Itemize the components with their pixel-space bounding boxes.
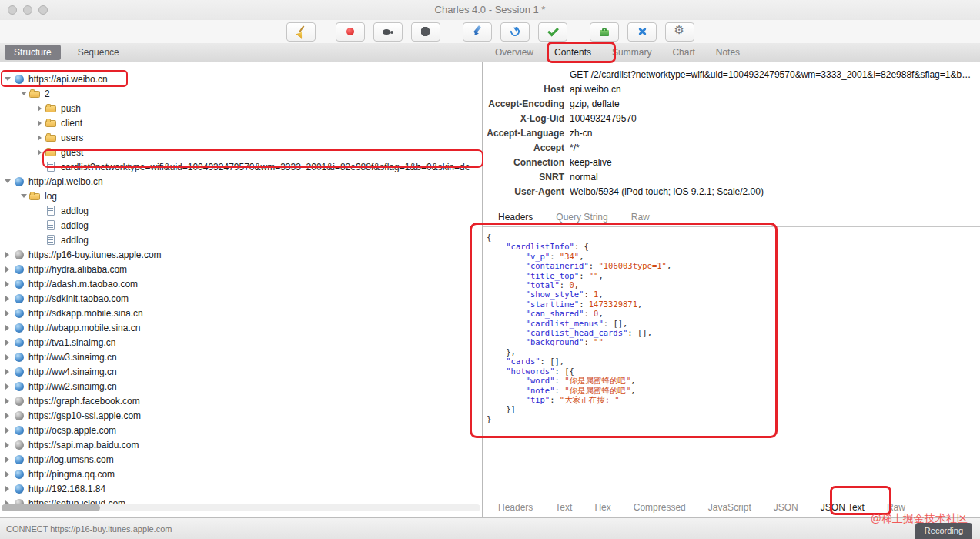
- tree-row[interactable]: http://192.168.1.84: [0, 481, 482, 496]
- tree-row[interactable]: http://sdkapp.mobile.sina.cn: [0, 306, 482, 320]
- compose-button[interactable]: [463, 22, 492, 42]
- expander-closed-icon[interactable]: [3, 350, 13, 364]
- tab-json[interactable]: JSON: [774, 502, 798, 513]
- tree-row[interactable]: http://tva1.sinaimg.cn: [0, 335, 482, 350]
- tree-row[interactable]: https://api.weibo.cn: [0, 72, 482, 86]
- settings-button[interactable]: [665, 22, 694, 42]
- clear-session-button[interactable]: [286, 22, 316, 42]
- record-button[interactable]: [336, 22, 365, 42]
- tree-row[interactable]: log: [0, 189, 482, 203]
- tree-row[interactable]: push: [0, 101, 482, 116]
- tree-row[interactable]: http://api.weibo.cn: [0, 174, 482, 189]
- tree-row[interactable]: https://sapi.map.baidu.com: [0, 437, 482, 452]
- expander-open-icon[interactable]: [19, 86, 29, 101]
- gear-icon: [674, 25, 686, 38]
- tree-row[interactable]: http://pingma.qq.com: [0, 467, 482, 481]
- expander-closed-icon[interactable]: [3, 393, 13, 408]
- tab-hex[interactable]: Hex: [594, 502, 610, 513]
- tree-row[interactable]: addlog: [0, 233, 482, 247]
- json-string: "34": [560, 252, 579, 261]
- expander-closed-icon[interactable]: [35, 116, 45, 130]
- tree-row[interactable]: http://ocsp.apple.com: [0, 423, 482, 437]
- expander-closed-icon[interactable]: [3, 408, 13, 423]
- tree-row[interactable]: http://log.umsns.com: [0, 452, 482, 467]
- tab-raw[interactable]: Raw: [631, 212, 650, 223]
- tab-sequence[interactable]: Sequence: [69, 45, 129, 60]
- horizontal-scrollbar[interactable]: [2, 504, 480, 511]
- expander-closed-icon[interactable]: [3, 335, 13, 350]
- json-line: "cardlist_head_cards": [],: [487, 328, 980, 337]
- tree-row[interactable]: users: [0, 130, 482, 145]
- request-header-row: Connectionkeep-alive: [483, 155, 980, 169]
- tab-javascript[interactable]: JavaScript: [708, 502, 751, 513]
- expander-closed-icon[interactable]: [35, 145, 45, 159]
- header-name: X-Log-Uid: [483, 113, 570, 124]
- expander-open-icon[interactable]: [3, 174, 13, 189]
- expander-closed-icon[interactable]: [3, 320, 13, 335]
- json-punct: :: [550, 395, 560, 404]
- expander-closed-icon[interactable]: [3, 379, 13, 393]
- tab-notes[interactable]: Notes: [716, 47, 740, 58]
- tab-chart[interactable]: Chart: [672, 47, 694, 58]
- expander-closed-icon[interactable]: [3, 306, 13, 320]
- tab-json-text[interactable]: JSON Text: [821, 502, 865, 513]
- tree-row[interactable]: client: [0, 116, 482, 130]
- zoom-button[interactable]: [38, 5, 48, 15]
- tab-query-string[interactable]: Query String: [556, 212, 607, 223]
- json-punct: [487, 357, 506, 366]
- expander-closed-icon[interactable]: [3, 452, 13, 467]
- tree-row[interactable]: https://graph.facebook.com: [0, 393, 482, 408]
- json-key: "v_p": [526, 252, 550, 261]
- tree-row[interactable]: http://adash.m.taobao.com: [0, 276, 482, 291]
- tab-raw[interactable]: Raw: [887, 502, 905, 513]
- json-line: },: [487, 347, 980, 357]
- broom-icon: [295, 25, 307, 38]
- tab-overview[interactable]: Overview: [495, 47, 533, 58]
- throttle-button[interactable]: [373, 22, 403, 42]
- tab-headers[interactable]: Headers: [498, 502, 533, 513]
- tree-row[interactable]: https://p16-buy.itunes.apple.com: [0, 247, 482, 262]
- repeat-button[interactable]: [500, 22, 530, 42]
- tree-row[interactable]: http://ww4.sinaimg.cn: [0, 364, 482, 379]
- breakpoints-button[interactable]: [411, 22, 440, 42]
- tree-row[interactable]: http://wbapp.mobile.sina.cn: [0, 320, 482, 335]
- tree-row[interactable]: http://sdkinit.taobao.com: [0, 291, 482, 306]
- expander-closed-icon[interactable]: [3, 437, 13, 452]
- tree-row[interactable]: addlog: [0, 203, 482, 218]
- expander-closed-icon[interactable]: [3, 423, 13, 437]
- tree-row[interactable]: https://gsp10-ssl.apple.com: [0, 408, 482, 423]
- tools-button[interactable]: [590, 22, 619, 42]
- expander-closed-icon[interactable]: [3, 481, 13, 496]
- tree-row[interactable]: addlog: [0, 218, 482, 233]
- tab-compressed[interactable]: Compressed: [634, 502, 686, 513]
- tab-contents[interactable]: Contents: [554, 47, 591, 58]
- expander-closed-icon[interactable]: [35, 101, 45, 116]
- tree-row[interactable]: http://ww3.sinaimg.cn: [0, 350, 482, 364]
- tree-row[interactable]: 2: [0, 86, 482, 101]
- expander-closed-icon[interactable]: [35, 130, 45, 145]
- close-button[interactable]: [8, 5, 17, 15]
- tree-row[interactable]: http://ww2.sinaimg.cn: [0, 379, 482, 393]
- view-tabs: OverviewContentsSummaryChartNotes: [495, 45, 740, 60]
- tree-label: http://pingma.qq.com: [28, 469, 115, 480]
- expander-closed-icon[interactable]: [3, 247, 13, 262]
- expander-closed-icon[interactable]: [3, 467, 13, 481]
- external-tools-button[interactable]: [627, 22, 657, 42]
- expander-open-icon[interactable]: [3, 72, 13, 86]
- tree-row[interactable]: guest: [0, 145, 482, 159]
- expander-closed-icon[interactable]: [3, 291, 13, 306]
- tree-row[interactable]: cardlist?networktype=wifi&uid=1004932479…: [0, 159, 482, 174]
- expander-open-icon[interactable]: [19, 189, 29, 203]
- expander-closed-icon[interactable]: [3, 262, 13, 276]
- json-line: "cardlistInfo": {: [487, 242, 980, 251]
- tab-summary[interactable]: Summary: [612, 47, 651, 58]
- minimize-button[interactable]: [23, 5, 32, 15]
- tab-headers[interactable]: Headers: [498, 212, 533, 223]
- scrollbar-thumb[interactable]: [2, 504, 100, 511]
- tab-structure[interactable]: Structure: [5, 45, 61, 60]
- tree-row[interactable]: http://hydra.alibaba.com: [0, 262, 482, 276]
- tab-text[interactable]: Text: [555, 502, 572, 513]
- expander-closed-icon[interactable]: [3, 276, 13, 291]
- validate-button[interactable]: [538, 22, 567, 42]
- expander-closed-icon[interactable]: [3, 364, 13, 379]
